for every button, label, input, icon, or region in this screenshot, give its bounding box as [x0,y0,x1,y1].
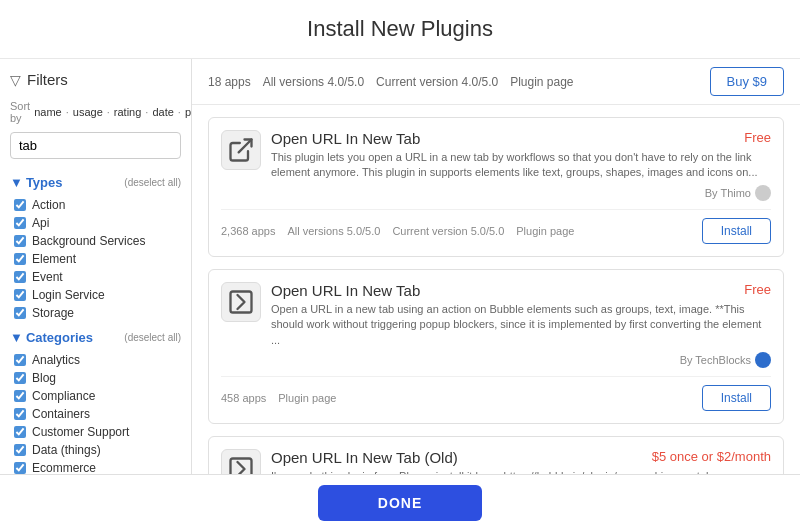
summary-versions: All versions 4.0/5.0 [263,75,364,89]
plugin-3-icon [221,449,261,474]
plugin-1-versions: All versions 5.0/5.0 [287,225,380,237]
plugin-1-footer: 2,368 apps All versions 5.0/5.0 Current … [221,209,771,244]
type-storage-checkbox[interactable] [14,307,26,319]
type-login-service-label: Login Service [32,288,105,302]
filter-icon: ▽ [10,72,21,88]
types-section-toggle[interactable]: ▼ Types [10,175,62,190]
cat-blog-label: Blog [32,371,56,385]
type-api-label: Api [32,216,49,230]
plugin-2-install-button[interactable]: Install [702,385,771,411]
types-deselect-all[interactable]: (deselect all) [124,177,181,188]
filter-header: ▽ Filters [10,71,181,88]
plugin-3-info: Open URL In New Tab (Old) $5 once or $2/… [271,449,771,474]
cat-ecommerce-label: Ecommerce [32,461,96,474]
svg-rect-1 [231,291,252,312]
type-event[interactable]: Event [14,268,181,286]
sidebar: ▽ Filters Sort by name · usage · rating … [0,59,192,474]
cat-compliance-checkbox[interactable] [14,390,26,402]
cat-blog[interactable]: Blog [14,369,181,387]
type-action-checkbox[interactable] [14,199,26,211]
plugin-2-icon [221,282,261,322]
cat-analytics-checkbox[interactable] [14,354,26,366]
cat-data-things[interactable]: Data (things) [14,441,181,459]
cat-ecommerce-checkbox[interactable] [14,462,26,474]
type-action-label: Action [32,198,65,212]
types-checkboxes: Action Api Background Services Element E… [10,196,181,322]
type-element-checkbox[interactable] [14,253,26,265]
cat-data-things-label: Data (things) [32,443,101,457]
cat-containers[interactable]: Containers [14,405,181,423]
cat-containers-checkbox[interactable] [14,408,26,420]
plugin-2-price: Free [744,282,771,297]
plugin-1-info: Open URL In New Tab Free This plugin let… [271,130,771,201]
plugin-3-name: Open URL In New Tab (Old) [271,449,458,466]
cat-blog-checkbox[interactable] [14,372,26,384]
plugin-2-footer: 458 apps Plugin page Install [221,376,771,411]
plugin-1-plugin-page: Plugin page [516,225,574,237]
plugin-3-name-row: Open URL In New Tab (Old) $5 once or $2/… [271,449,771,466]
categories-section-toggle[interactable]: ▼ Categories [10,330,93,345]
type-event-checkbox[interactable] [14,271,26,283]
type-login-service-checkbox[interactable] [14,289,26,301]
done-bar: DONE [0,474,800,531]
page-title: Install New Plugins [16,16,784,42]
plugin-list-area: 18 apps All versions 4.0/5.0 Current ver… [192,59,800,474]
plugin-1-desc: This plugin lets you open a URL in a new… [271,150,771,181]
plugin-1-install-button[interactable]: Install [702,218,771,244]
cat-analytics[interactable]: Analytics [14,351,181,369]
plugin-card-2: Open URL In New Tab Free Open a URL in a… [208,269,784,424]
plugin-2-info: Open URL In New Tab Free Open a URL in a… [271,282,771,368]
sort-row: Sort by name · usage · rating · date · p… [10,100,181,124]
type-api[interactable]: Api [14,214,181,232]
summary-apps-count: 18 apps [208,75,251,89]
cat-analytics-label: Analytics [32,353,80,367]
plugin-1-current-version: Current version 5.0/5.0 [392,225,504,237]
summary-buy-button[interactable]: Buy $9 [710,67,784,96]
sort-rating[interactable]: rating [114,106,142,118]
cat-customer-support-checkbox[interactable] [14,426,26,438]
type-action[interactable]: Action [14,196,181,214]
plugin-card-1: Open URL In New Tab Free This plugin let… [208,117,784,257]
plugin-3-price: $5 once or $2/month [652,449,771,464]
categories-section: ▼ Categories (deselect all) Analytics Bl… [10,330,181,474]
type-element[interactable]: Element [14,250,181,268]
type-api-checkbox[interactable] [14,217,26,229]
cat-compliance[interactable]: Compliance [14,387,181,405]
categories-checkboxes: Analytics Blog Compliance Containers Cus… [10,351,181,474]
sort-price[interactable]: price [185,106,192,118]
sort-name[interactable]: name [34,106,62,118]
categories-deselect-all[interactable]: (deselect all) [124,332,181,343]
cat-customer-support[interactable]: Customer Support [14,423,181,441]
cat-data-things-checkbox[interactable] [14,444,26,456]
type-login-service[interactable]: Login Service [14,286,181,304]
sort-date[interactable]: date [152,106,173,118]
type-storage-label: Storage [32,306,74,320]
type-element-label: Element [32,252,76,266]
cat-compliance-label: Compliance [32,389,95,403]
cat-containers-label: Containers [32,407,90,421]
plugin-2-name: Open URL In New Tab [271,282,420,299]
types-section: ▼ Types (deselect all) Action Api Backgr… [10,175,181,322]
types-arrow-icon: ▼ [10,175,23,190]
type-background-services[interactable]: Background Services [14,232,181,250]
type-storage[interactable]: Storage [14,304,181,322]
sort-usage[interactable]: usage [73,106,103,118]
plugin-card-2-top: Open URL In New Tab Free Open a URL in a… [221,282,771,368]
plugin-2-name-row: Open URL In New Tab Free [271,282,771,299]
summary-bar: 18 apps All versions 4.0/5.0 Current ver… [192,59,800,105]
plugin-1-name: Open URL In New Tab [271,130,420,147]
type-event-label: Event [32,270,63,284]
plugin-1-author-avatar [755,185,771,201]
done-button[interactable]: DONE [318,485,482,521]
cat-ecommerce[interactable]: Ecommerce [14,459,181,474]
plugin-1-price: Free [744,130,771,145]
type-background-services-checkbox[interactable] [14,235,26,247]
summary-current-version: Current version 4.0/5.0 [376,75,498,89]
svg-line-0 [239,140,252,153]
plugin-2-desc: Open a URL in a new tab using an action … [271,302,771,348]
plugin-1-name-row: Open URL In New Tab Free [271,130,771,147]
plugin-card-3-top: Open URL In New Tab (Old) $5 once or $2/… [221,449,771,474]
search-input[interactable] [10,132,181,159]
sort-label: Sort by [10,100,30,124]
plugin-1-icon [221,130,261,170]
